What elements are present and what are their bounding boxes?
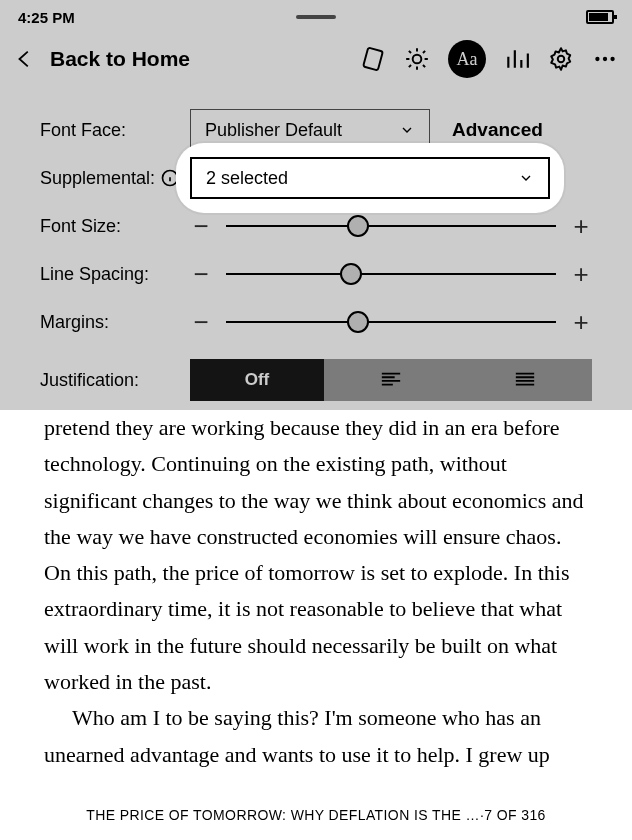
back-arrow-icon[interactable] (14, 48, 36, 70)
supplemental-label: Supplemental: (40, 168, 166, 189)
font-face-label: Font Face: (40, 120, 190, 141)
font-size-plus[interactable]: + (570, 213, 592, 239)
chevron-down-icon (518, 170, 534, 186)
brightness-icon[interactable] (404, 46, 430, 72)
stats-icon[interactable] (504, 46, 530, 72)
justification-off[interactable]: Off (190, 359, 324, 401)
top-bar: Back to Home Aa (0, 34, 632, 84)
font-settings-panel: Font Face: Publisher Default Advanced Su… (0, 84, 632, 426)
reading-content: pretend they are working because they di… (0, 410, 632, 790)
font-settings-icon[interactable]: Aa (448, 40, 486, 78)
paragraph: Who am I to be saying this? I'm someone … (44, 700, 588, 773)
font-face-value: Publisher Default (205, 120, 342, 141)
battery-icon (586, 10, 614, 24)
page-indicator: 7 OF 316 (484, 807, 546, 823)
paragraph: pretend they are working because they di… (44, 410, 588, 700)
supplemental-select[interactable]: 2 selected (190, 157, 550, 199)
svg-point-3 (595, 57, 599, 61)
back-to-home-link[interactable]: Back to Home (50, 47, 190, 71)
line-spacing-label: Line Spacing: (40, 264, 190, 285)
line-spacing-minus[interactable]: − (190, 261, 212, 287)
font-size-label: Font Size: (40, 216, 190, 237)
book-title: THE PRICE OF TOMORROW: WHY DEFLATION IS … (86, 807, 480, 823)
justification-segmented: Off (190, 359, 592, 401)
chevron-down-icon (399, 122, 415, 138)
svg-point-1 (413, 55, 422, 64)
advanced-link[interactable]: Advanced (452, 119, 543, 141)
svg-rect-0 (363, 48, 383, 71)
margins-plus[interactable]: + (570, 309, 592, 335)
justification-full[interactable] (458, 359, 592, 401)
svg-point-4 (603, 57, 607, 61)
justification-left[interactable] (324, 359, 458, 401)
font-size-minus[interactable]: − (190, 213, 212, 239)
line-spacing-slider[interactable] (226, 262, 556, 286)
margins-slider[interactable] (226, 310, 556, 334)
more-icon[interactable] (592, 46, 618, 72)
gear-icon[interactable] (548, 46, 574, 72)
margins-minus[interactable]: − (190, 309, 212, 335)
line-spacing-plus[interactable]: + (570, 261, 592, 287)
drag-handle[interactable] (296, 15, 336, 19)
justification-label: Justification: (40, 370, 190, 391)
margins-label: Margins: (40, 312, 190, 333)
rotate-icon[interactable] (360, 46, 386, 72)
font-size-slider[interactable] (226, 214, 556, 238)
svg-point-2 (558, 56, 565, 63)
status-bar: 4:25 PM (0, 0, 632, 34)
footer: THE PRICE OF TOMORROW: WHY DEFLATION IS … (0, 790, 632, 840)
status-time: 4:25 PM (18, 9, 75, 26)
supplemental-value: 2 selected (206, 168, 288, 189)
svg-point-5 (610, 57, 614, 61)
